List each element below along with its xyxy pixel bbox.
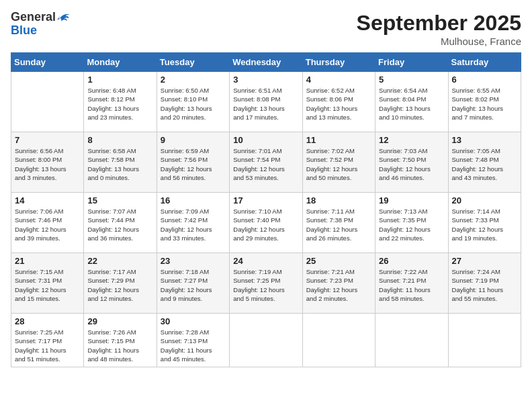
calendar-cell: 23Sunrise: 7:18 AM Sunset: 7:27 PM Dayli… <box>157 253 229 314</box>
calendar-cell: 18Sunrise: 7:11 AM Sunset: 7:38 PM Dayli… <box>302 193 375 253</box>
day-info: Sunrise: 7:25 AM Sunset: 7:17 PM Dayligh… <box>15 328 80 363</box>
calendar-cell <box>448 314 521 367</box>
day-number: 18 <box>306 195 371 205</box>
day-info: Sunrise: 7:06 AM Sunset: 7:46 PM Dayligh… <box>15 207 80 242</box>
day-number: 22 <box>87 256 152 266</box>
day-number: 30 <box>161 316 226 326</box>
day-info: Sunrise: 6:58 AM Sunset: 7:58 PM Dayligh… <box>87 146 152 182</box>
day-info: Sunrise: 7:14 AM Sunset: 7:33 PM Dayligh… <box>452 207 517 242</box>
calendar-cell: 22Sunrise: 7:17 AM Sunset: 7:29 PM Dayli… <box>84 253 157 314</box>
day-info: Sunrise: 7:07 AM Sunset: 7:44 PM Dayligh… <box>87 207 152 242</box>
day-info: Sunrise: 7:19 AM Sunset: 7:25 PM Dayligh… <box>233 267 298 303</box>
calendar-cell <box>230 314 302 367</box>
calendar-cell: 2Sunrise: 6:50 AM Sunset: 8:10 PM Daylig… <box>157 72 229 132</box>
day-info: Sunrise: 7:21 AM Sunset: 7:23 PM Dayligh… <box>306 267 371 303</box>
day-number: 29 <box>87 316 152 326</box>
day-info: Sunrise: 7:02 AM Sunset: 7:52 PM Dayligh… <box>306 146 371 182</box>
day-number: 3 <box>233 75 298 85</box>
weekday-header-thursday: Thursday <box>302 53 375 72</box>
header: GeneralBlue September 2025 Mulhouse, Fra… <box>11 11 521 47</box>
day-number: 17 <box>233 195 298 205</box>
weekday-header-row: SundayMondayTuesdayWednesdayThursdayFrid… <box>11 53 521 72</box>
week-row-5: 28Sunrise: 7:25 AM Sunset: 7:17 PM Dayli… <box>11 314 521 367</box>
day-number: 21 <box>15 256 80 266</box>
day-info: Sunrise: 7:17 AM Sunset: 7:29 PM Dayligh… <box>87 267 152 303</box>
weekday-header-sunday: Sunday <box>11 53 84 72</box>
day-info: Sunrise: 6:50 AM Sunset: 8:10 PM Dayligh… <box>161 86 226 122</box>
calendar-cell: 15Sunrise: 7:07 AM Sunset: 7:44 PM Dayli… <box>84 193 157 253</box>
title-area: September 2025 Mulhouse, France <box>357 11 521 47</box>
calendar-cell: 8Sunrise: 6:58 AM Sunset: 7:58 PM Daylig… <box>84 132 157 193</box>
location-title: Mulhouse, France <box>357 36 521 47</box>
day-number: 27 <box>452 256 517 266</box>
day-number: 24 <box>233 256 298 266</box>
day-number: 5 <box>379 75 444 85</box>
day-number: 11 <box>306 135 371 145</box>
week-row-2: 7Sunrise: 6:56 AM Sunset: 8:00 PM Daylig… <box>11 132 521 193</box>
day-number: 1 <box>87 75 152 85</box>
weekday-header-wednesday: Wednesday <box>230 53 302 72</box>
week-row-1: 1Sunrise: 6:48 AM Sunset: 8:12 PM Daylig… <box>11 72 521 132</box>
day-number: 7 <box>15 135 80 145</box>
day-info: Sunrise: 7:11 AM Sunset: 7:38 PM Dayligh… <box>306 207 371 242</box>
calendar-cell: 16Sunrise: 7:09 AM Sunset: 7:42 PM Dayli… <box>157 193 229 253</box>
day-number: 2 <box>161 75 226 85</box>
calendar-cell: 14Sunrise: 7:06 AM Sunset: 7:46 PM Dayli… <box>11 193 84 253</box>
day-info: Sunrise: 7:28 AM Sunset: 7:13 PM Dayligh… <box>161 328 226 363</box>
calendar-cell: 10Sunrise: 7:01 AM Sunset: 7:54 PM Dayli… <box>230 132 302 193</box>
day-info: Sunrise: 7:15 AM Sunset: 7:31 PM Dayligh… <box>15 267 80 303</box>
day-info: Sunrise: 6:55 AM Sunset: 8:02 PM Dayligh… <box>452 86 517 122</box>
calendar-cell: 30Sunrise: 7:28 AM Sunset: 7:13 PM Dayli… <box>157 314 229 367</box>
calendar-cell: 6Sunrise: 6:55 AM Sunset: 8:02 PM Daylig… <box>448 72 521 132</box>
month-title: September 2025 <box>357 11 521 36</box>
week-row-3: 14Sunrise: 7:06 AM Sunset: 7:46 PM Dayli… <box>11 193 521 253</box>
calendar-cell: 27Sunrise: 7:24 AM Sunset: 7:19 PM Dayli… <box>448 253 521 314</box>
day-info: Sunrise: 7:13 AM Sunset: 7:35 PM Dayligh… <box>379 207 444 242</box>
day-info: Sunrise: 6:48 AM Sunset: 8:12 PM Dayligh… <box>87 86 152 122</box>
day-info: Sunrise: 6:54 AM Sunset: 8:04 PM Dayligh… <box>379 86 444 122</box>
calendar-cell: 25Sunrise: 7:21 AM Sunset: 7:23 PM Dayli… <box>302 253 375 314</box>
calendar-cell: 5Sunrise: 6:54 AM Sunset: 8:04 PM Daylig… <box>375 72 448 132</box>
calendar-cell <box>375 314 448 367</box>
day-info: Sunrise: 6:52 AM Sunset: 8:06 PM Dayligh… <box>306 86 371 122</box>
logo-general: General <box>11 11 56 24</box>
calendar-cell: 29Sunrise: 7:26 AM Sunset: 7:15 PM Dayli… <box>84 314 157 367</box>
calendar-cell: 13Sunrise: 7:05 AM Sunset: 7:48 PM Dayli… <box>448 132 521 193</box>
calendar-cell: 26Sunrise: 7:22 AM Sunset: 7:21 PM Dayli… <box>375 253 448 314</box>
day-info: Sunrise: 7:09 AM Sunset: 7:42 PM Dayligh… <box>161 207 226 242</box>
day-info: Sunrise: 7:26 AM Sunset: 7:15 PM Dayligh… <box>87 328 152 363</box>
calendar-cell: 1Sunrise: 6:48 AM Sunset: 8:12 PM Daylig… <box>84 72 157 132</box>
day-number: 12 <box>379 135 444 145</box>
day-number: 23 <box>161 256 226 266</box>
day-number: 6 <box>452 75 517 85</box>
day-info: Sunrise: 7:18 AM Sunset: 7:27 PM Dayligh… <box>161 267 226 303</box>
calendar-cell: 20Sunrise: 7:14 AM Sunset: 7:33 PM Dayli… <box>448 193 521 253</box>
day-number: 9 <box>161 135 226 145</box>
day-number: 26 <box>379 256 444 266</box>
logo-blue: Blue <box>11 24 37 38</box>
calendar-cell: 21Sunrise: 7:15 AM Sunset: 7:31 PM Dayli… <box>11 253 84 314</box>
day-number: 28 <box>15 316 80 326</box>
calendar-cell: 4Sunrise: 6:52 AM Sunset: 8:06 PM Daylig… <box>302 72 375 132</box>
day-number: 25 <box>306 256 371 266</box>
day-number: 15 <box>87 195 152 205</box>
calendar-cell <box>11 72 84 132</box>
day-info: Sunrise: 7:05 AM Sunset: 7:48 PM Dayligh… <box>452 146 517 182</box>
day-info: Sunrise: 7:03 AM Sunset: 7:50 PM Dayligh… <box>379 146 444 182</box>
calendar-cell: 3Sunrise: 6:51 AM Sunset: 8:08 PM Daylig… <box>230 72 302 132</box>
day-number: 8 <box>87 135 152 145</box>
weekday-header-saturday: Saturday <box>448 53 521 72</box>
day-info: Sunrise: 6:51 AM Sunset: 8:08 PM Dayligh… <box>233 86 298 122</box>
calendar-cell: 7Sunrise: 6:56 AM Sunset: 8:00 PM Daylig… <box>11 132 84 193</box>
week-row-4: 21Sunrise: 7:15 AM Sunset: 7:31 PM Dayli… <box>11 253 521 314</box>
weekday-header-monday: Monday <box>84 53 157 72</box>
calendar-table: SundayMondayTuesdayWednesdayThursdayFrid… <box>11 52 521 367</box>
calendar-cell <box>302 314 375 367</box>
day-number: 19 <box>379 195 444 205</box>
calendar-cell: 11Sunrise: 7:02 AM Sunset: 7:52 PM Dayli… <box>302 132 375 193</box>
day-info: Sunrise: 7:22 AM Sunset: 7:21 PM Dayligh… <box>379 267 444 303</box>
day-number: 10 <box>233 135 298 145</box>
day-number: 4 <box>306 75 371 85</box>
calendar-cell: 24Sunrise: 7:19 AM Sunset: 7:25 PM Dayli… <box>230 253 302 314</box>
day-number: 13 <box>452 135 517 145</box>
